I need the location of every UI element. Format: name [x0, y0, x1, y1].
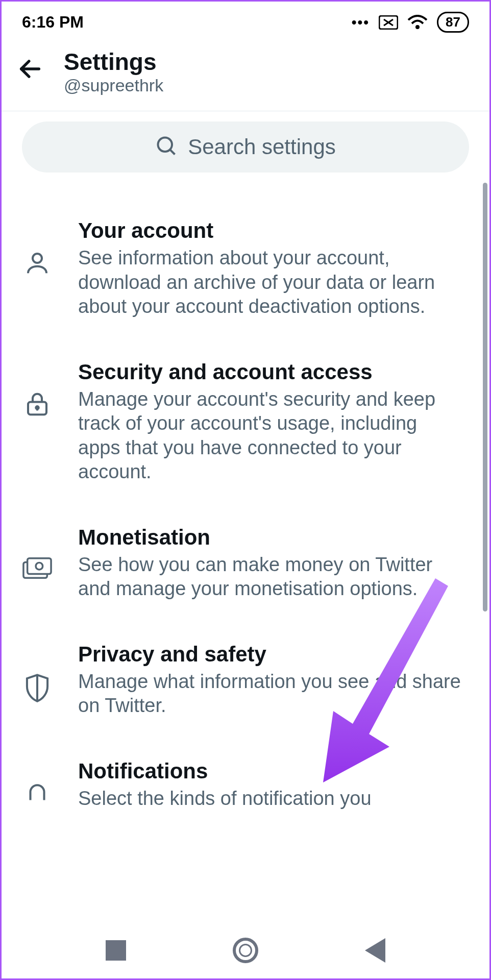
nav-back-icon[interactable]: [365, 938, 385, 963]
setting-description: Manage what information you see and shar…: [78, 670, 464, 718]
search-container: Search settings: [2, 111, 489, 183]
search-placeholder: Search settings: [188, 135, 336, 159]
svg-point-3: [415, 25, 420, 29]
setting-your-account[interactable]: Your account See information about your …: [2, 198, 489, 339]
setting-notifications[interactable]: Notifications Select the kinds of notifi…: [2, 739, 489, 831]
account-handle: @supreethrk: [64, 76, 163, 95]
svg-point-5: [158, 138, 173, 152]
wifi-icon: [407, 15, 428, 30]
money-icon: [22, 556, 53, 580]
setting-description: Manage your account's security and keep …: [78, 387, 464, 484]
svg-point-7: [33, 254, 42, 263]
no-sim-icon: [379, 15, 398, 30]
nav-home-icon[interactable]: [233, 938, 258, 963]
setting-title: Privacy and safety: [78, 642, 464, 667]
nav-recents-icon[interactable]: [106, 940, 126, 961]
setting-security[interactable]: Security and account access Manage your …: [2, 339, 489, 505]
svg-line-6: [170, 150, 175, 154]
page-title: Settings: [64, 48, 163, 76]
setting-title: Notifications: [78, 759, 464, 783]
status-icons: ••• 87: [352, 12, 469, 33]
svg-rect-12: [28, 558, 51, 574]
lock-icon: [22, 390, 53, 418]
setting-title: Your account: [78, 218, 464, 243]
status-bar: 6:16 PM ••• 87: [2, 2, 489, 38]
setting-title: Security and account access: [78, 360, 464, 384]
search-input[interactable]: Search settings: [22, 121, 469, 173]
more-dots-icon: •••: [352, 14, 370, 31]
setting-description: Select the kinds of notification you: [78, 787, 464, 811]
setting-title: Monetisation: [78, 525, 464, 550]
back-arrow-icon[interactable]: [17, 56, 43, 88]
person-icon: [22, 249, 53, 277]
app-header: Settings @supreethrk: [2, 38, 489, 111]
setting-description: See how you can make money on Twitter an…: [78, 553, 464, 601]
battery-indicator: 87: [437, 12, 469, 33]
shield-icon: [22, 673, 53, 702]
setting-description: See information about your account, down…: [78, 246, 464, 319]
scrollbar-indicator[interactable]: [483, 183, 487, 611]
status-time: 6:16 PM: [22, 13, 84, 32]
bell-icon: [22, 779, 53, 807]
setting-monetisation[interactable]: Monetisation See how you can make money …: [2, 505, 489, 622]
setting-privacy-safety[interactable]: Privacy and safety Manage what informati…: [2, 622, 489, 739]
settings-list: Your account See information about your …: [2, 183, 489, 846]
search-icon: [155, 135, 178, 159]
system-navbar: [2, 922, 489, 978]
